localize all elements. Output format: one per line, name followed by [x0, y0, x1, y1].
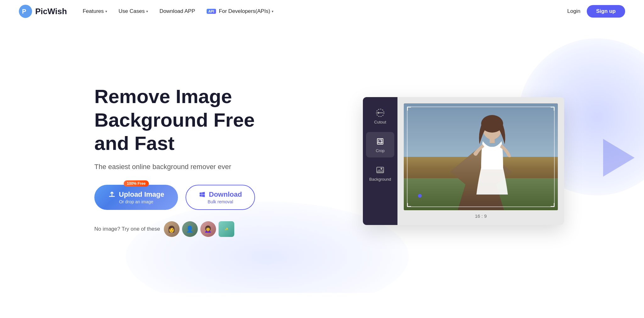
sample-image-2[interactable]: 👤: [182, 221, 198, 237]
svg-text:P: P: [22, 8, 26, 15]
download-icon-row: Download: [199, 190, 242, 199]
tool-crop[interactable]: Crop: [366, 132, 394, 157]
windows-icon: [199, 191, 206, 198]
free-badge: 100% Free: [124, 180, 148, 187]
nav-auth: Login Sign up: [567, 5, 625, 18]
signup-button[interactable]: Sign up: [587, 5, 625, 18]
svg-point-3: [377, 112, 379, 114]
person-silhouette: [464, 113, 520, 210]
cutout-icon: [375, 108, 385, 118]
hero-content: Remove Image Background Free and Fast Th…: [94, 85, 277, 237]
upload-button[interactable]: Upload Image Or drop an image: [94, 185, 178, 210]
aspect-ratio-label: 16 : 9: [475, 213, 487, 219]
nav-links: Features ▾ Use Cases ▾ Download APP API …: [83, 8, 567, 14]
navbar: P PicWish Features ▾ Use Cases ▾ Downloa…: [0, 0, 644, 23]
logo-text: PicWish: [35, 7, 67, 16]
background-label: Background: [369, 177, 391, 182]
download-button[interactable]: Download Bulk removal: [186, 185, 255, 210]
svg-rect-5: [377, 139, 383, 144]
nav-developers[interactable]: API For Developers(APIs) ▾: [207, 8, 274, 14]
chevron-down-icon: ▾: [146, 9, 148, 14]
logo-icon: P: [19, 5, 32, 18]
hero-section: Remove Image Background Free and Fast Th…: [0, 23, 644, 293]
sample-images: 👩 👤 👩‍🦱 ✨: [164, 221, 234, 237]
sample-image-4[interactable]: ✨: [219, 221, 234, 237]
svg-point-10: [380, 168, 382, 170]
canvas-image-area: [404, 103, 558, 210]
nav-features[interactable]: Features ▾: [83, 8, 107, 14]
crop-icon: [375, 136, 385, 146]
cta-buttons: 100% Free Upload Image Or drop an image: [94, 185, 277, 210]
svg-rect-13: [490, 137, 495, 143]
upload-icon: [108, 191, 116, 198]
upload-button-wrapper: 100% Free Upload Image Or drop an image: [94, 185, 178, 210]
sample-label: No image? Try one of these: [94, 226, 160, 232]
canvas-handle-dot[interactable]: [418, 194, 422, 198]
sample-image-1[interactable]: 👩: [164, 221, 180, 237]
nav-download[interactable]: Download APP: [159, 8, 195, 14]
upload-icon-row: Upload Image: [108, 190, 164, 199]
hero-title: Remove Image Background Free and Fast: [94, 85, 277, 155]
logo[interactable]: P PicWish: [19, 5, 67, 18]
canvas-image: [404, 103, 558, 210]
sample-image-3[interactable]: 👩‍🦱: [200, 221, 216, 237]
tool-cutout[interactable]: Cutout: [366, 103, 394, 129]
sample-section: No image? Try one of these 👩 👤 👩‍🦱 ✨: [94, 221, 277, 237]
editor-mockup: Cutout Crop: [363, 97, 564, 225]
chevron-down-icon: ▾: [272, 9, 274, 14]
editor-canvas: 16 : 9: [397, 97, 564, 225]
hero-subtitle: The easiest online background remover ev…: [94, 163, 277, 171]
chevron-down-icon: ▾: [105, 9, 107, 14]
cutout-label: Cutout: [374, 120, 386, 124]
editor-sidebar: Cutout Crop: [363, 97, 397, 225]
login-button[interactable]: Login: [567, 8, 580, 14]
nav-use-cases[interactable]: Use Cases ▾: [119, 8, 148, 14]
api-badge: API: [207, 9, 216, 14]
hero-right: Cutout Crop: [302, 97, 625, 225]
background-icon: [375, 165, 385, 175]
crop-label: Crop: [376, 148, 385, 153]
tool-background[interactable]: Background: [366, 161, 394, 186]
